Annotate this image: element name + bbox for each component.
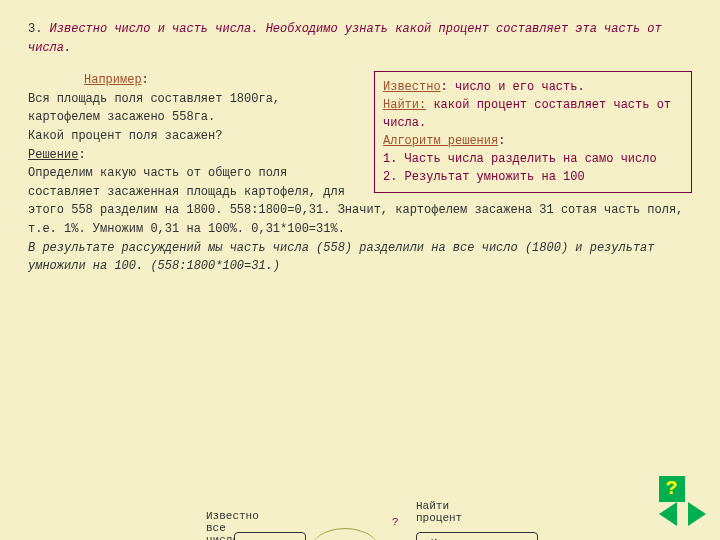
conclusion-text: В результате рассуждений мы часть числа … [28, 239, 692, 276]
example-colon: : [142, 73, 149, 87]
algorithm-box: Известно: число и его часть. Найти: како… [374, 71, 692, 193]
find-label: Найти: [383, 98, 426, 112]
whole-value: 1800 [234, 532, 306, 540]
algo-label: Алгоритм решения [383, 134, 498, 148]
example-label: Например [84, 73, 142, 87]
question-mark: ? [392, 516, 399, 528]
step-2: 2. Результат умножить на 100 [383, 168, 683, 186]
problem-text-1: Вся площадь поля составляет 1800га, карт… [28, 90, 338, 127]
problem-number: 3. [28, 22, 42, 36]
find-percent-label: Найти процент [416, 500, 462, 524]
part-value: Известна часть 558 [416, 532, 538, 540]
find-text: какой процент составляет часть от числа. [383, 98, 671, 130]
step-1: 1. Часть числа разделить на само число [383, 150, 683, 168]
problem-title: 3. Известно число и часть числа. Необход… [28, 20, 692, 57]
algo-colon: : [498, 134, 505, 148]
known-text: : число и его часть. [441, 80, 585, 94]
prev-button[interactable] [659, 502, 677, 526]
next-button[interactable] [688, 502, 706, 526]
known-label: Известно [383, 80, 441, 94]
nav-controls: ? [655, 476, 706, 526]
title-lead: Известно число и часть числа. [50, 22, 259, 36]
solution-label: Решение [28, 148, 78, 162]
help-button[interactable]: ? [659, 476, 685, 502]
arc-icon [310, 528, 380, 540]
